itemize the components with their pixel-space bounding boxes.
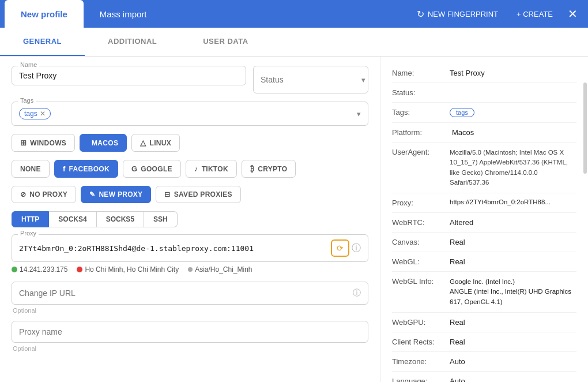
status-chevron-icon: ▾ bbox=[361, 76, 365, 84]
tag-label: tags bbox=[24, 110, 37, 118]
crypto-icon: ₿ bbox=[250, 164, 254, 173]
tags-area: tags ✕ bbox=[19, 107, 51, 121]
change-ip-url-field: ⓘ bbox=[12, 282, 368, 305]
os-windows-button[interactable]: ⊞ WINDOWS bbox=[12, 134, 75, 152]
info-row-useragent: UserAgent: Mozilla/5.0 (Macintosh; Intel… bbox=[392, 143, 576, 193]
tab-new-profile[interactable]: New profile bbox=[5, 0, 84, 28]
browser-crypto-button[interactable]: ₿ CRYPTO bbox=[242, 160, 296, 178]
proxy-input-group: Proxy 2TYt4bmrOn_0:2oRTH88IShd4@de-1.sta… bbox=[12, 234, 368, 262]
info-row-platform: Platform: Macos bbox=[392, 123, 576, 143]
ip-status-icon bbox=[12, 267, 17, 272]
saved-proxies-button[interactable]: ⊟ SAVED PROXIES bbox=[156, 186, 240, 203]
protocol-ssh[interactable]: SSH bbox=[144, 211, 178, 227]
tag-item: tags ✕ bbox=[19, 108, 51, 119]
browser-tiktok-button[interactable]: ♪ TIKTOK bbox=[186, 160, 237, 178]
os-macos-button[interactable]: MACOS bbox=[80, 134, 127, 152]
status-input[interactable] bbox=[261, 75, 361, 84]
proxy-name-input[interactable] bbox=[19, 327, 361, 336]
tags-field-group: Tags tags ✕ ▾ bbox=[12, 102, 368, 126]
info-row-name: Name: Test Proxy bbox=[392, 63, 576, 83]
info-tag-badge: tags bbox=[450, 108, 474, 117]
sub-tabs: GENERAL ADDITIONAL USER DATA bbox=[0, 28, 588, 57]
close-button[interactable]: ✕ bbox=[562, 7, 583, 21]
header: New profile Mass import ↻ NEW FINGERPRIN… bbox=[0, 0, 588, 28]
proxy-mode-row: ⊘ NO PROXY ✎ NEW PROXY ⊟ SAVED PROXIES bbox=[12, 186, 368, 203]
proxy-name-field bbox=[12, 321, 368, 343]
saved-proxies-icon: ⊟ bbox=[164, 190, 170, 199]
proxy-info-button[interactable]: ⓘ bbox=[352, 242, 361, 254]
create-button[interactable]: + CREATE bbox=[507, 3, 562, 24]
clock-icon bbox=[188, 267, 193, 272]
change-ip-optional-label: Optional bbox=[12, 307, 368, 314]
no-proxy-button[interactable]: ⊘ NO PROXY bbox=[12, 186, 76, 203]
new-proxy-icon: ✎ bbox=[89, 190, 95, 199]
proxy-refresh-button[interactable]: ⟳ bbox=[331, 239, 349, 257]
protocol-socks5[interactable]: SOCKS5 bbox=[97, 211, 144, 227]
browser-facebook-button[interactable]: f FACEBOOK bbox=[54, 160, 118, 178]
info-row-webgl-info: WebGL Info: Google Inc. (Intel Inc.)ANGL… bbox=[392, 272, 576, 313]
left-panel: Name ▾ Tags tags ✕ ▾ bbox=[0, 57, 380, 382]
info-rows: Name: Test Proxy Status: Tags: tags Plat… bbox=[392, 63, 576, 382]
ip-timezone-badge: Asia/Ho_Chi_Minh bbox=[188, 265, 252, 274]
name-field-group: Name bbox=[12, 66, 246, 85]
tab-general[interactable]: GENERAL bbox=[0, 28, 85, 56]
status-field-group[interactable]: ▾ bbox=[253, 66, 368, 93]
info-row-proxy: Proxy: https://2TYt4bmrOn_0:2oRTH88... bbox=[392, 193, 576, 213]
browser-google-button[interactable]: G GOOGLE bbox=[123, 160, 181, 178]
linux-icon: △ bbox=[140, 138, 146, 147]
info-row-webrtc: WebRTC: Altered bbox=[392, 213, 576, 233]
proxy-name-optional-label: Optional bbox=[12, 345, 368, 352]
info-row-status: Status: bbox=[392, 83, 576, 103]
info-row-client-rects: Client Rects: Real bbox=[392, 332, 576, 352]
name-label: Name bbox=[18, 61, 39, 68]
tab-user-data[interactable]: USER DATA bbox=[180, 28, 271, 56]
os-linux-button[interactable]: △ LINUX bbox=[131, 134, 180, 152]
ip-info-row: 14.241.233.175 Ho Chi Minh, Ho Chi Minh … bbox=[12, 265, 368, 274]
proxy-value: 2TYt4bmrOn_0:2oRTH88IShd4@de-1.stablepro… bbox=[19, 244, 326, 253]
change-ip-url-input[interactable] bbox=[19, 289, 353, 298]
os-toggle-row: ⊞ WINDOWS MACOS △ LINUX bbox=[12, 134, 368, 152]
protocol-socks4[interactable]: SOCKS4 bbox=[49, 211, 96, 227]
main-content: Name ▾ Tags tags ✕ ▾ bbox=[0, 57, 588, 382]
facebook-icon: f bbox=[63, 164, 66, 173]
tab-additional[interactable]: ADDITIONAL bbox=[85, 28, 180, 56]
info-row-webgpu: WebGPU: Real bbox=[392, 313, 576, 332]
tags-label: Tags bbox=[18, 97, 36, 104]
windows-icon: ⊞ bbox=[20, 138, 27, 147]
browser-toggle-row: NONE f FACEBOOK G GOOGLE ♪ TIKTOK ₿ CRYP… bbox=[12, 160, 368, 178]
name-input[interactable] bbox=[19, 71, 239, 80]
no-proxy-icon: ⊘ bbox=[20, 190, 26, 199]
ip-location-badge: Ho Chi Minh, Ho Chi Minh City bbox=[77, 265, 179, 274]
protocol-http[interactable]: HTTP bbox=[12, 211, 49, 227]
tiktok-icon: ♪ bbox=[194, 164, 198, 173]
ip-timezone: Asia/Ho_Chi_Minh bbox=[195, 265, 252, 274]
ip-location: Ho Chi Minh, Ho Chi Minh City bbox=[85, 265, 179, 274]
new-fingerprint-button[interactable]: ↻ NEW FINGERPRINT bbox=[408, 3, 507, 24]
tab-mass-import[interactable]: Mass import bbox=[84, 0, 163, 28]
flag-icon bbox=[77, 267, 82, 272]
right-panel: Name: Test Proxy Status: Tags: tags Plat… bbox=[380, 57, 588, 382]
tags-chevron-icon: ▾ bbox=[357, 110, 361, 118]
ip-address: 14.241.233.175 bbox=[20, 265, 67, 274]
new-proxy-button[interactable]: ✎ NEW PROXY bbox=[81, 186, 151, 203]
tag-remove-button[interactable]: ✕ bbox=[40, 110, 46, 118]
scrollbar[interactable] bbox=[583, 83, 587, 174]
browser-none-button[interactable]: NONE bbox=[12, 160, 50, 178]
fingerprint-icon: ↻ bbox=[417, 9, 424, 20]
google-icon: G bbox=[131, 164, 137, 173]
proxy-label: Proxy bbox=[18, 230, 39, 237]
info-row-canvas: Canvas: Real bbox=[392, 233, 576, 252]
info-row-webgl: WebGL: Real bbox=[392, 252, 576, 272]
info-row-timezone: Timezone: Auto bbox=[392, 352, 576, 372]
name-status-row: Name ▾ bbox=[12, 66, 368, 93]
protocol-tabs: HTTP SOCKS4 SOCKS5 SSH bbox=[12, 211, 368, 227]
change-ip-info-icon[interactable]: ⓘ bbox=[353, 288, 361, 298]
ip-address-badge: 14.241.233.175 bbox=[12, 265, 67, 274]
info-row-language: Language: Auto bbox=[392, 372, 576, 382]
info-row-tags: Tags: tags bbox=[392, 103, 576, 123]
